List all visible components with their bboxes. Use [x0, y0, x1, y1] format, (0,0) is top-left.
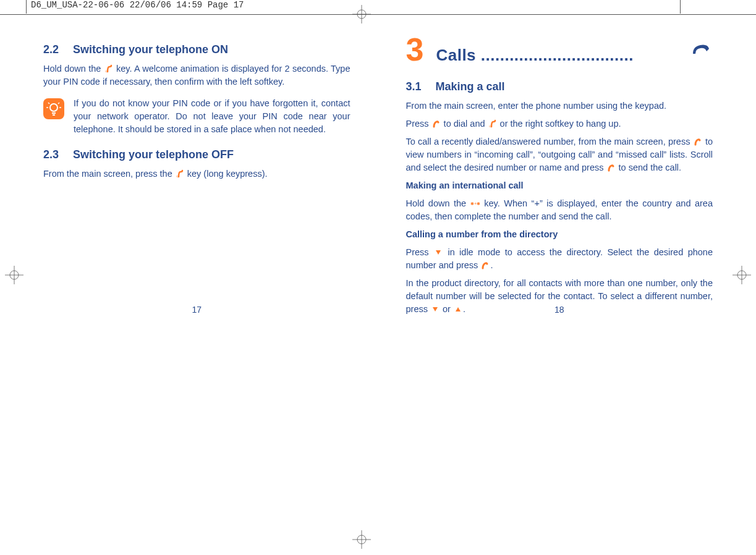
svg-text:⊙: ⊙: [176, 174, 179, 178]
svg-text:✱+✱: ✱+✱: [470, 201, 480, 206]
end-key-icon: ⊙: [104, 64, 114, 72]
end-key-icon: ⊙: [488, 119, 498, 127]
body-text: From the main screen, press the ⊙ key (l…: [43, 167, 350, 180]
svg-marker-25: [456, 307, 461, 311]
body-text: Hold down the ⊙ key. A welcome animation…: [43, 62, 350, 88]
section-title: Switching your telephone OFF: [73, 148, 234, 161]
heading-2-2: 2.2 Switching your telephone ON: [43, 43, 350, 56]
chapter-title: Calls ................................: [436, 46, 676, 65]
svg-text:⊙: ⊙: [489, 124, 491, 128]
section-number: 3.1: [406, 80, 422, 93]
body-text: Press in idle mode to access the directo…: [406, 246, 713, 272]
send-key-icon: [606, 163, 616, 171]
phone-icon: [688, 40, 713, 59]
body-text: Press to dial and ⊙ or the right softkey…: [406, 117, 713, 130]
section-title: Switching your telephone ON: [73, 43, 228, 56]
callout-text: If you do not know your PIN code or if y…: [74, 97, 350, 136]
chapter-number: 3: [406, 31, 424, 68]
body-text: Hold down the ✱+✱ key. When “+” is displ…: [406, 197, 713, 223]
heading-3-1: 3.1 Making a call: [406, 80, 713, 93]
down-arrow-icon: [430, 304, 440, 313]
svg-line-18: [48, 103, 49, 104]
svg-text:⊙: ⊙: [105, 69, 108, 73]
svg-marker-24: [433, 307, 438, 311]
page-left: 2.2 Switching your telephone ON Hold dow…: [43, 31, 350, 321]
svg-point-13: [50, 104, 57, 111]
heading-2-3: 2.3 Switching your telephone OFF: [43, 148, 350, 161]
star-key-icon: ✱+✱: [470, 198, 480, 207]
page-number: 18: [554, 305, 564, 315]
down-arrow-icon: [433, 247, 443, 256]
svg-point-3: [357, 535, 366, 544]
chapter-heading: 3 Calls ................................: [406, 31, 713, 68]
page-number: 17: [192, 305, 202, 315]
subheading: Making an international call: [406, 179, 713, 192]
registration-mark-icon: [352, 530, 371, 549]
body-text: To call a recently dialed/answered numbe…: [406, 135, 713, 174]
send-key-icon: [693, 137, 703, 145]
up-arrow-icon: [453, 304, 463, 313]
section-title: Making a call: [436, 80, 505, 93]
section-number: 2.3: [43, 148, 59, 161]
info-callout: If you do not know your PIN code or if y…: [43, 97, 350, 136]
subheading: Calling a number from the directory: [406, 228, 713, 241]
svg-marker-23: [436, 250, 441, 255]
page-right: 3 Calls ................................…: [406, 31, 713, 321]
lightbulb-icon: [43, 98, 64, 119]
body-text: From the main screen, enter the phone nu…: [406, 100, 713, 112]
section-number: 2.2: [43, 43, 59, 56]
send-key-icon: [431, 119, 441, 127]
send-key-icon: [480, 260, 490, 269]
end-key-icon: ⊙: [175, 169, 185, 177]
svg-line-19: [58, 103, 59, 104]
